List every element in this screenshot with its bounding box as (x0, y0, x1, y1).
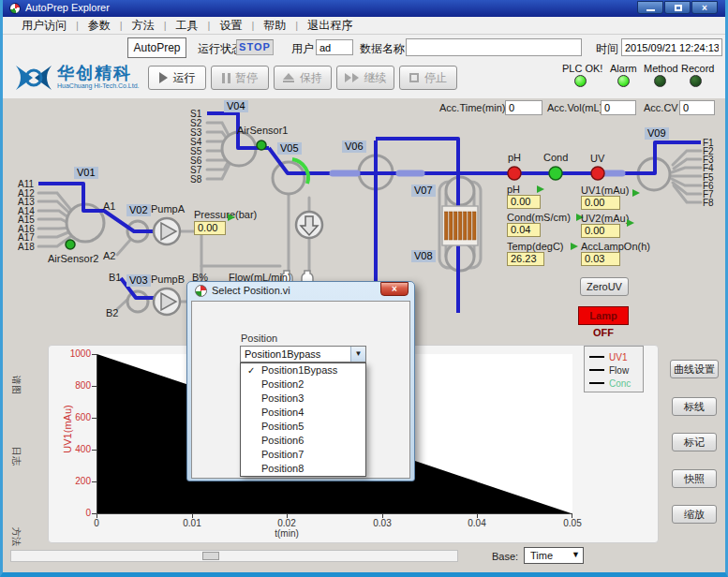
position-combobox[interactable]: Position1Bypass ▼ (240, 346, 366, 362)
record-led-label: Record (681, 63, 714, 74)
valve-v05[interactable]: V05 (277, 142, 302, 155)
uv2-readout-label: UV2(mAu) (581, 213, 629, 224)
valve-v01[interactable]: V01 (74, 167, 98, 179)
dialog-close-button[interactable]: × (380, 282, 409, 296)
side-tab-method: 方法 (9, 525, 22, 548)
curve-settings-button[interactable]: 曲线设置 (670, 360, 719, 378)
valve-v03[interactable]: V03 (126, 274, 151, 287)
zero-uv-button[interactable]: ZeroUV (580, 277, 629, 296)
chart-h-scrollbar[interactable] (10, 550, 458, 562)
base-dropdown[interactable]: Time ▼ (524, 547, 584, 564)
menu-item-method[interactable]: 方法 (123, 18, 164, 34)
green-flag-icon (537, 185, 544, 193)
pause-icon (222, 73, 225, 83)
port-f8: F8 (703, 198, 714, 208)
stop-button[interactable]: 停止 (399, 66, 457, 90)
dropdown-option-6[interactable]: Position6 (241, 434, 365, 448)
temp-readout-label: Temp(degC) (507, 241, 564, 252)
dropdown-option-8[interactable]: Position8 (241, 462, 365, 476)
y-tick: 200 (63, 476, 91, 486)
x-tick: 0.01 (173, 518, 211, 528)
menu-item-tools[interactable]: 工具 (167, 18, 208, 34)
acc-time-label: Acc.Time(min) (439, 102, 505, 113)
label-b1: B1 (109, 272, 121, 283)
lamp-off-button[interactable]: Lamp OFF (578, 306, 629, 325)
dropdown-option-7[interactable]: Position7 (241, 448, 365, 462)
scrollbar-thumb[interactable] (202, 552, 219, 560)
close-button[interactable]: × (691, 1, 718, 14)
valve-v04[interactable]: V04 (224, 100, 248, 112)
menu-item-user-access[interactable]: 用户访问 (12, 18, 76, 34)
chevron-down-icon: ▼ (355, 349, 363, 358)
user-input[interactable] (316, 39, 353, 55)
valve-v06[interactable]: V06 (342, 141, 366, 153)
data-name-input[interactable] (406, 38, 582, 56)
dropdown-option-2[interactable]: Position2 (241, 377, 365, 392)
menu-item-parameters[interactable]: 参数 (79, 18, 120, 34)
autoprep-button[interactable]: AutoPrep (127, 37, 186, 58)
stop-icon (409, 73, 419, 82)
valve-v02[interactable]: V02 (126, 204, 151, 216)
dropdown-option-5[interactable]: Position5 (241, 420, 365, 434)
plc-led-label: PLC OK! (562, 63, 602, 74)
alarm-led (617, 75, 630, 87)
hold-button[interactable]: 保持 (274, 66, 332, 90)
legend-label: Conc (609, 378, 631, 389)
label-airsensor1: AirSensor1 (237, 125, 288, 136)
position-field-label: Position (241, 333, 277, 344)
user-label: 用户 (291, 41, 314, 57)
legend-entry-uv1[interactable]: UV1 (589, 350, 638, 363)
x-tick: 0.02 (268, 518, 305, 528)
x-tick: 0 (78, 518, 115, 528)
label-airsensor2: AirSensor2 (48, 253, 98, 264)
resume-button-label: 继续 (364, 70, 387, 86)
option-label: Position7 (261, 449, 304, 460)
legend-entry-flow[interactable]: Flow (589, 363, 638, 377)
y-tick: 400 (63, 444, 91, 454)
run-button[interactable]: 运行 (148, 66, 206, 90)
time-label: 时间 (596, 41, 618, 57)
label-a1: A1 (103, 200, 115, 212)
acc-vol-label: Acc.Vol(mL) (547, 102, 602, 113)
base-label: Base: (492, 551, 518, 562)
y-tick: 0 (63, 508, 91, 518)
ph-readout-label: pH (507, 184, 520, 195)
dialog-app-icon (195, 285, 207, 297)
cond-readout-value: 0.04 (507, 223, 541, 237)
green-flag-icon (228, 214, 235, 221)
combobox-dropdown-button[interactable]: ▼ (350, 347, 365, 362)
pause-button[interactable]: 暂停 (211, 66, 269, 90)
maximize-button[interactable] (664, 1, 691, 14)
zoom-button[interactable]: 缩放 (672, 505, 717, 524)
snapshot-button[interactable]: 快照 (672, 469, 717, 488)
y-tick: 1000 (63, 348, 91, 359)
label-a2: A2 (103, 250, 115, 261)
dialog-body: Position Position1Bypass ▼ ✓Position1Byp… (191, 301, 410, 479)
acc-cv-value (679, 100, 715, 115)
resume-button[interactable]: 继续 (336, 66, 394, 90)
chart-legend[interactable]: UV1 Flow Conc (584, 346, 644, 392)
label-pump-b: PumpB (151, 274, 185, 285)
hold-icon (283, 73, 294, 82)
valve-v09[interactable]: V09 (645, 127, 669, 140)
menu-item-exit[interactable]: 退出程序 (298, 18, 362, 34)
menu-item-settings[interactable]: 设置 (210, 18, 251, 34)
pressure-value: 0.00 (194, 221, 226, 235)
valve-v08[interactable]: V08 (411, 250, 436, 262)
menu-item-help[interactable]: 帮助 (254, 18, 295, 34)
option-label: Position6 (261, 435, 304, 446)
dropdown-option-3[interactable]: Position3 (241, 392, 365, 406)
maximize-icon (675, 5, 682, 11)
chevron-down-icon: ▼ (572, 550, 580, 559)
dropdown-option-1[interactable]: ✓Position1Bypass (241, 363, 365, 377)
valve-v07[interactable]: V07 (411, 185, 436, 197)
minimize-button[interactable] (637, 1, 663, 14)
run-button-label: 运行 (173, 70, 196, 86)
mark-button[interactable]: 标记 (672, 433, 717, 451)
legend-entry-conc[interactable]: Conc (589, 377, 638, 390)
green-flag-icon (632, 189, 640, 197)
pause-button-label: 暂停 (235, 70, 258, 86)
dropdown-option-4[interactable]: Position4 (241, 406, 365, 420)
marker-line-button[interactable]: 标线 (672, 397, 717, 416)
ph-dot-label: pH (508, 152, 521, 163)
